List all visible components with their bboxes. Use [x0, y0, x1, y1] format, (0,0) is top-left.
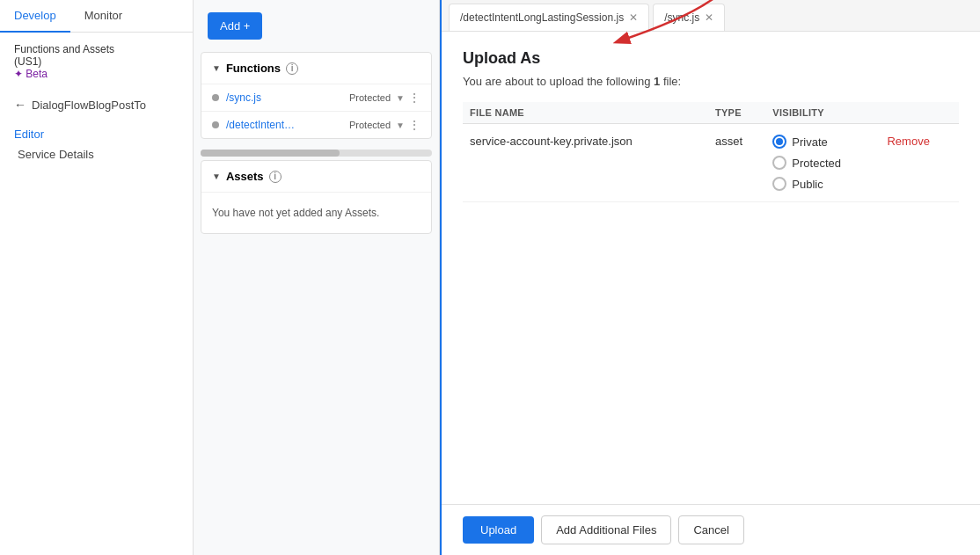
radio-public-btn[interactable]	[772, 177, 786, 191]
back-nav[interactable]: ← DialogFlowBlogPostTo	[0, 91, 193, 119]
assets-chevron-icon: ▼	[212, 172, 221, 181]
file-row: service-account-key.private.json asset P…	[463, 124, 959, 202]
file-chevron-icon-sync: ▼	[396, 93, 405, 103]
back-label: DialogFlowBlogPostTo	[32, 99, 146, 112]
tab-sync-close-icon[interactable]: ✕	[705, 11, 713, 24]
tab-bar: /detectIntentLongLastingSession.js ✕ /sy…	[442, 0, 980, 32]
functions-label: Functions	[226, 62, 281, 75]
col-action	[880, 102, 959, 124]
upload-panel-content: Upload As You are about to upload the fo…	[442, 32, 980, 504]
add-additional-files-button[interactable]: Add Additional Files	[541, 515, 671, 544]
file-row-type: asset	[708, 124, 765, 202]
assets-label: Assets	[226, 170, 264, 183]
project-info: Functions and Assets(US1) Beta	[0, 33, 193, 91]
assets-panel: ▼ Assets i You have not yet added any As…	[201, 160, 432, 234]
nav-service-details[interactable]: Service Details	[14, 144, 179, 164]
file-item-detect[interactable]: /detectIntent… Protected ▼ ⋮	[201, 112, 431, 138]
radio-protected-btn[interactable]	[772, 156, 786, 170]
project-name: Functions and Assets(US1)	[14, 43, 179, 68]
tab-detect-intent[interactable]: /detectIntentLongLastingSession.js ✕	[449, 4, 649, 31]
file-name-sync: /sync.js	[226, 91, 349, 104]
back-arrow-icon: ←	[14, 98, 26, 112]
file-chevron-icon-detect: ▼	[396, 120, 405, 130]
upload-title: Upload As	[463, 49, 959, 68]
tab-monitor[interactable]: Monitor	[70, 0, 136, 32]
col-type: TYPE	[708, 102, 765, 124]
functions-header[interactable]: ▼ Functions i	[201, 53, 431, 84]
tab-detect-close-icon[interactable]: ✕	[629, 11, 638, 24]
top-toolbar: Add +	[194, 0, 439, 52]
sidebar: Develop Monitor Functions and Assets(US1…	[0, 0, 194, 555]
remove-link[interactable]: Remove	[887, 135, 929, 148]
radio-public[interactable]: Public	[772, 177, 873, 191]
tab-sync[interactable]: /sync.js ✕	[653, 4, 725, 31]
tab-develop[interactable]: Develop	[0, 0, 70, 33]
file-status-sync: Protected	[349, 92, 391, 103]
action-bar: Upload Add Additional Files Cancel	[442, 504, 980, 555]
upload-button[interactable]: Upload	[463, 516, 534, 544]
tab-detect-label: /detectIntentLongLastingSession.js	[460, 11, 624, 24]
sidebar-tab-bar: Develop Monitor	[0, 0, 193, 33]
radio-private[interactable]: Private	[772, 135, 873, 149]
radio-protected-label: Protected	[792, 157, 841, 170]
add-button[interactable]: Add +	[208, 12, 262, 40]
tab-sync-label: /sync.js	[664, 11, 699, 24]
scrollbar-thumb	[201, 150, 340, 157]
assets-empty-message: You have not yet added any Assets.	[201, 193, 431, 233]
file-dot-icon	[212, 94, 219, 101]
functions-panel: ▼ Functions i /sync.js Protected ▼ ⋮ /de…	[201, 52, 432, 139]
assets-info-icon[interactable]: i	[269, 171, 282, 183]
upload-subtitle: You are about to upload the following 1 …	[463, 75, 959, 88]
col-filename: FILE NAME	[463, 102, 708, 124]
file-row-name: service-account-key.private.json	[463, 124, 708, 202]
radio-public-label: Public	[792, 178, 823, 191]
file-row-visibility: Private Protected Public	[765, 124, 880, 202]
file-dot-icon-detect	[212, 121, 219, 128]
radio-private-label: Private	[792, 135, 827, 149]
radio-protected[interactable]: Protected	[772, 156, 873, 170]
assets-header[interactable]: ▼ Assets i	[201, 161, 431, 193]
file-table: FILE NAME TYPE VISIBILITY service-accoun…	[463, 102, 959, 202]
file-menu-sync[interactable]: ⋮	[408, 91, 421, 105]
upload-modal: /detectIntentLongLastingSession.js ✕ /sy…	[440, 0, 980, 555]
file-menu-detect[interactable]: ⋮	[408, 118, 421, 132]
file-name-detect: /detectIntent…	[226, 119, 349, 131]
functions-info-icon[interactable]: i	[286, 62, 298, 75]
nav-section: Editor Service Details	[0, 119, 193, 170]
cancel-button[interactable]: Cancel	[678, 515, 743, 544]
file-row-remove: Remove	[880, 124, 959, 202]
annotation-area	[463, 216, 959, 486]
functions-chevron-icon: ▼	[212, 63, 221, 73]
radio-private-btn[interactable]	[772, 135, 786, 149]
beta-label: Beta	[14, 68, 179, 80]
col-visibility: VISIBILITY	[765, 102, 880, 124]
nav-editor[interactable]: Editor	[14, 124, 179, 144]
file-item-sync[interactable]: /sync.js Protected ▼ ⋮	[201, 84, 431, 112]
scrollbar[interactable]	[201, 150, 432, 157]
file-status-detect: Protected	[349, 120, 391, 130]
middle-panel: Add + ▼ Functions i /sync.js Protected ▼…	[194, 0, 440, 555]
visibility-options: Private Protected Public	[772, 135, 873, 191]
